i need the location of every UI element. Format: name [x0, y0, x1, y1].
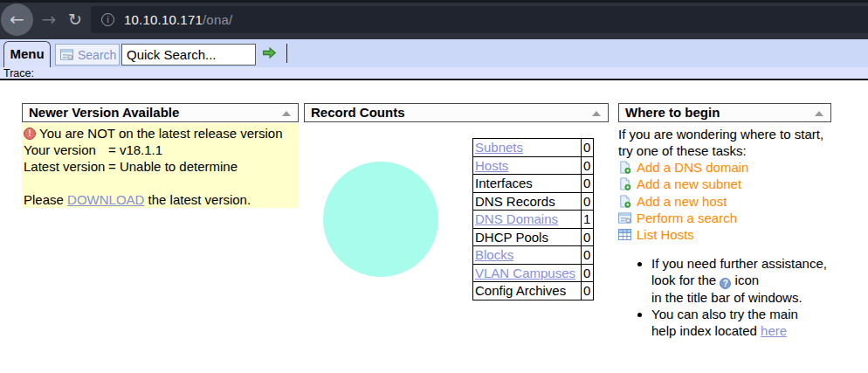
record-counts-title: Record Counts — [311, 105, 405, 120]
reload-button[interactable] — [65, 8, 86, 31]
latest-version-label: Latest version — [24, 158, 108, 175]
download-suffix: the latest version. — [144, 192, 251, 207]
dns-records-label: DNS Records — [473, 192, 582, 211]
where-to-begin-panel-header: Where to begin — [618, 103, 831, 122]
dns-domains-link[interactable]: DNS Domains — [475, 211, 558, 226]
table-row: Hosts0 — [473, 156, 594, 175]
task-add-dns-domain[interactable]: Add a DNS domain — [618, 159, 842, 176]
collapse-arrow-icon[interactable] — [282, 111, 291, 116]
collapse-arrow-icon[interactable] — [592, 111, 601, 116]
warning-icon — [24, 128, 36, 140]
latest-version-value: = Unable to determine — [108, 159, 238, 174]
table-row: DNS Records0 — [473, 192, 594, 211]
your-version-value: = v18.1.1 — [108, 142, 162, 157]
task-label: Add a DNS domain — [637, 159, 748, 176]
collapse-arrow-icon[interactable] — [815, 111, 823, 116]
table-row: VLAN Campuses0 — [473, 264, 594, 282]
vlan-campuses-link[interactable]: VLAN Campuses — [475, 266, 575, 280]
subnets-count: 0 — [582, 139, 594, 157]
task-label: List Hosts — [637, 226, 694, 243]
dhcp-pools-count: 0 — [582, 228, 594, 246]
assistance-bullet-list: If you need further assistance, look for… — [618, 255, 842, 339]
url-text: 10.10.10.171/ona/ — [124, 12, 232, 27]
version-panel-header: Newer Version Available — [22, 103, 299, 122]
bullet1-line1: If you need further assistance, — [651, 256, 827, 271]
download-link[interactable]: DOWNLOAD — [67, 192, 144, 207]
help-index-here-link[interactable]: here — [761, 323, 787, 338]
green-arrow-icon — [262, 46, 277, 59]
version-panel-title: Newer Version Available — [29, 105, 179, 120]
download-prefix: Please — [24, 192, 67, 207]
record-counts-panel-header: Record Counts — [304, 103, 609, 122]
task-list-hosts[interactable]: List Hosts — [618, 226, 842, 243]
page-add-icon — [618, 177, 631, 190]
trace-bar: Trace: — [0, 67, 868, 80]
table-row: DHCP Pools0 — [473, 228, 594, 246]
where-to-begin-body: If you are wondering where to start, try… — [618, 126, 842, 339]
forward-button[interactable] — [38, 9, 59, 30]
site-info-icon[interactable] — [101, 13, 114, 26]
record-counts-pie-chart — [323, 162, 438, 277]
task-label: Add a new host — [637, 193, 727, 210]
go-arrow-button[interactable] — [262, 46, 277, 60]
task-label: Perform a search — [637, 210, 737, 226]
page-add-icon — [618, 195, 631, 208]
bullet1-line3: in the title bar of windows. — [651, 290, 803, 305]
menubar-separator — [286, 44, 287, 63]
dns-records-count: 0 — [582, 192, 594, 211]
subnets-link[interactable]: Subnets — [475, 140, 523, 155]
download-line: Please DOWNLOAD the latest version. — [24, 191, 299, 208]
table-row: Config Archives0 — [473, 282, 594, 300]
blocks-link[interactable]: Blocks — [475, 247, 513, 262]
task-add-new-subnet[interactable]: Add a new subnet — [618, 176, 842, 192]
window-top-strip — [0, 0, 868, 3]
table-row: Interfaces0 — [473, 175, 594, 193]
table-row: Subnets0 — [473, 139, 594, 157]
url-host: 10.10.10.171 — [124, 12, 203, 27]
trace-label: Trace: — [3, 67, 34, 79]
version-warning-text: You are NOT on the latest release versio… — [39, 125, 283, 142]
config-archives-count: 0 — [582, 282, 594, 300]
menu-bar: Menu Search — [0, 39, 868, 67]
url-path: /ona/ — [203, 12, 232, 27]
hosts-count: 0 — [582, 156, 594, 175]
dns-domains-count: 1 — [582, 211, 594, 229]
table-row: Blocks0 — [473, 246, 594, 265]
quick-search-input[interactable] — [121, 44, 256, 66]
begin-intro-line1: If you are wondering where to start, — [618, 126, 842, 142]
spacer — [24, 175, 299, 191]
search-form-icon — [618, 212, 631, 224]
page-add-icon — [618, 161, 631, 174]
blocks-count: 0 — [582, 246, 594, 265]
your-version-label: Your version — [24, 142, 108, 158]
where-to-begin-title: Where to begin — [625, 105, 720, 120]
interfaces-count: 0 — [582, 175, 594, 193]
bullet1-line2-pre: look for the — [651, 273, 716, 287]
menu-tab[interactable]: Menu — [3, 41, 51, 67]
latest-version-line: Latest version= Unable to determine — [24, 158, 299, 175]
url-bar[interactable]: 10.10.10.171/ona/ — [91, 6, 868, 33]
search-button[interactable]: Search — [55, 44, 120, 66]
interfaces-label: Interfaces — [473, 175, 582, 193]
config-archives-label: Config Archives — [473, 282, 582, 300]
browser-window: 10.10.10.171/ona/ Menu Search Trace: New… — [0, 0, 868, 373]
task-label: Add a new subnet — [637, 176, 741, 192]
vlan-campuses-count: 0 — [582, 264, 594, 282]
assistance-bullet-2: You can also try the main help index loc… — [651, 306, 842, 339]
version-warning-line: You are NOT on the latest release versio… — [24, 125, 299, 142]
dhcp-pools-label: DHCP Pools — [473, 228, 582, 246]
search-form-icon — [60, 49, 73, 61]
browser-toolbar: 10.10.10.171/ona/ — [0, 0, 868, 39]
version-panel-body: You are NOT on the latest release versio… — [22, 123, 299, 208]
begin-intro-line2: try one of these tasks: — [618, 142, 842, 159]
hosts-link[interactable]: Hosts — [475, 158, 508, 173]
your-version-line: Your version= v18.1.1 — [24, 142, 299, 158]
task-add-new-host[interactable]: Add a new host — [618, 193, 842, 210]
assistance-bullet-1: If you need further assistance, look for… — [651, 255, 842, 306]
bullet1-line2-post: icon — [735, 273, 760, 287]
table-icon — [618, 229, 631, 240]
search-button-label: Search — [78, 48, 116, 62]
back-button[interactable] — [1, 3, 33, 36]
record-counts-table: Subnets0 Hosts0 Interfaces0 DNS Records0… — [472, 138, 594, 300]
task-perform-a-search[interactable]: Perform a search — [618, 210, 842, 226]
